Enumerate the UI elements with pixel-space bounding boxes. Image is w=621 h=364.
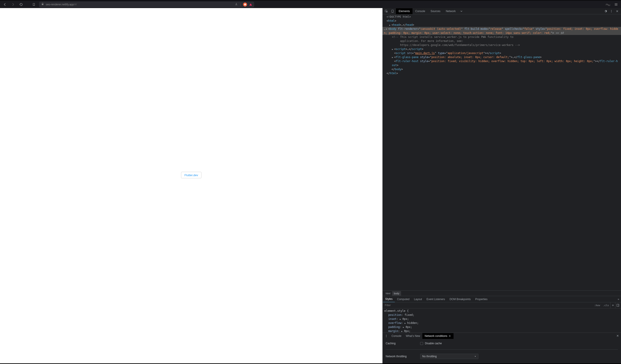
brave-rewards-icon[interactable] [249,3,252,6]
drawer-tab-network-conditions[interactable]: Network conditions [422,333,453,339]
devtools-menu-button[interactable] [608,8,614,14]
tab-event-listeners[interactable]: Event Listeners [424,296,447,302]
crumb-html[interactable]: html [384,291,392,296]
crumb-body[interactable]: body [392,291,401,296]
lock-icon [41,3,44,6]
throttling-select[interactable]: No throttling [420,354,478,359]
drawer: Console What's New Network conditions Ca… [382,333,621,363]
dom-breadcrumb: html body [382,291,621,296]
svg-point-7 [611,11,612,11]
tab-dom-breakpoints[interactable]: DOM Breakpoints [447,296,473,302]
drawer-menu-button[interactable] [383,333,389,339]
cls-button[interactable]: .cls [602,304,610,307]
devtools-close-button[interactable] [614,8,620,14]
drawer-tabs: Console What's New Network conditions [382,333,621,339]
brave-shield-icon[interactable] [243,2,247,6]
tab-elements[interactable]: Elements [396,8,413,14]
svg-marker-22 [475,356,476,357]
new-style-button[interactable] [610,302,615,308]
disable-cache-checkbox[interactable]: Disable cache [420,342,442,345]
reload-button[interactable] [18,1,24,8]
inspect-element-button[interactable] [383,8,389,14]
tab-styles[interactable]: Styles [383,296,395,302]
svg-point-17 [386,337,386,337]
svg-rect-13 [617,304,619,307]
page-viewport: Flutter.dev [0,8,382,363]
more-tabs-button[interactable] [458,8,464,14]
computed-sidebar-button[interactable] [615,302,620,308]
download-icon[interactable] [235,2,238,6]
devtools-panel: Elements Console Sources Network [382,8,621,363]
drawer-tab-whatsnew[interactable]: What's New [404,333,422,339]
bookmark-button[interactable] [26,3,37,6]
url-text: seo-renderer.netlify.app/#/ [46,3,77,6]
forward-button[interactable] [10,1,16,8]
caching-label: Caching [386,342,420,345]
hov-button[interactable]: :hov [593,304,602,307]
url-bar[interactable]: seo-renderer.netlify.app/#/ | [39,1,254,7]
svg-point-16 [386,336,386,336]
device-toggle-button[interactable] [390,8,396,14]
svg-point-6 [611,10,612,10]
settings-button[interactable] [603,8,608,14]
devtools-toolbar: Elements Console Sources Network [382,8,621,14]
extension-icon[interactable] [605,1,611,8]
tab-console[interactable]: Console [413,8,428,14]
styles-tabs: Styles Computed Layout Event Listeners D… [382,296,621,302]
tab-sources[interactable]: Sources [428,8,443,14]
styles-filter-input[interactable] [383,304,593,307]
svg-point-8 [611,12,612,12]
browser-toolbar: seo-renderer.netlify.app/#/ | [0,0,621,8]
tab-properties[interactable]: Properties [473,296,490,302]
drawer-tab-console[interactable]: Console [389,333,404,339]
flutter-link-button[interactable]: Flutter.dev [181,172,202,178]
back-button[interactable] [2,1,8,8]
drawer-close-button[interactable] [614,334,621,338]
close-icon[interactable] [448,334,451,338]
tab-network[interactable]: Network [443,8,458,14]
browser-menu-button[interactable] [613,1,619,8]
tab-layout[interactable]: Layout [412,296,424,302]
throttling-label: Network throttling [386,355,420,358]
network-conditions-panel: Caching Disable cache Network throttling… [382,339,621,363]
dom-tree[interactable]: <!DOCTYPE html> <html> ▶<head>…</head> …… [382,14,621,291]
svg-point-15 [386,335,386,335]
styles-rules[interactable]: element.style { position: fixed; inset: … [382,308,621,333]
styles-more-button[interactable]: » [616,298,621,301]
tab-computed[interactable]: Computed [395,296,412,302]
styles-filter-bar: :hov .cls [382,302,621,308]
